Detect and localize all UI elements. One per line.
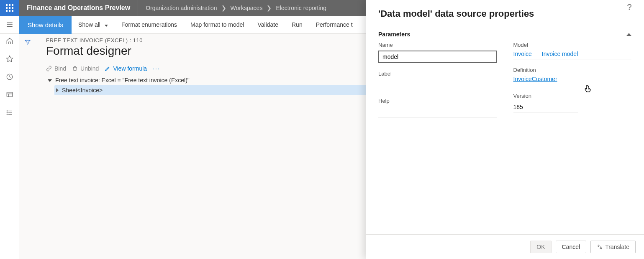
version-label: Version bbox=[513, 93, 632, 99]
show-details-button[interactable]: Show details bbox=[19, 16, 72, 34]
app-launcher-button[interactable] bbox=[0, 0, 19, 16]
star-icon bbox=[6, 55, 13, 63]
cancel-button[interactable]: Cancel bbox=[556, 241, 587, 253]
favorites-button[interactable] bbox=[6, 55, 13, 64]
validate-button[interactable]: Validate bbox=[251, 16, 285, 34]
ok-button[interactable]: OK bbox=[530, 241, 551, 253]
unbind-button[interactable]: Unbind bbox=[72, 65, 99, 72]
translate-icon bbox=[597, 244, 603, 250]
format-enumerations-button[interactable]: Format enumerations bbox=[115, 16, 184, 34]
help-icon: ? bbox=[627, 3, 631, 12]
home-button[interactable] bbox=[6, 37, 13, 46]
flyout-title: 'Data model' data source properties bbox=[366, 0, 644, 25]
pencil-icon bbox=[105, 66, 110, 71]
chevron-up-icon bbox=[626, 33, 631, 36]
workspaces-button[interactable] bbox=[6, 91, 13, 100]
translate-label: Translate bbox=[605, 244, 629, 250]
home-icon bbox=[6, 37, 13, 45]
map-format-button[interactable]: Map format to model bbox=[184, 16, 251, 34]
breadcrumb-item[interactable]: Electronic reporting bbox=[276, 5, 326, 11]
breadcrumb: Organization administration ❯ Workspaces… bbox=[138, 5, 334, 11]
chevron-right-icon: ❯ bbox=[267, 5, 272, 11]
waffle-icon bbox=[6, 4, 13, 12]
show-all-dropdown[interactable]: Show all bbox=[72, 16, 115, 34]
parameters-section-header[interactable]: Parameters bbox=[366, 29, 644, 42]
svg-point-11 bbox=[7, 111, 8, 112]
recents-button[interactable] bbox=[6, 73, 13, 82]
svg-point-13 bbox=[7, 114, 8, 115]
model-link[interactable]: Invoice bbox=[513, 51, 532, 57]
chevron-right-icon bbox=[56, 87, 59, 94]
list-icon bbox=[6, 109, 13, 117]
breadcrumb-item[interactable]: Organization administration bbox=[146, 5, 217, 11]
filter-button[interactable] bbox=[19, 37, 36, 95]
show-all-label: Show all bbox=[78, 21, 100, 28]
unbind-label: Unbind bbox=[80, 65, 99, 72]
bind-button[interactable]: Bind bbox=[46, 65, 66, 72]
modules-button[interactable] bbox=[6, 109, 13, 118]
help-input[interactable] bbox=[378, 107, 497, 117]
cursor-pointer-icon bbox=[583, 84, 593, 94]
chevron-down-icon bbox=[103, 21, 108, 28]
svg-rect-5 bbox=[7, 92, 13, 97]
funnel-icon bbox=[24, 39, 31, 46]
tree-row-label: Sheet<Invoice> bbox=[62, 87, 103, 94]
clock-icon bbox=[6, 73, 13, 81]
definition-label: Definition bbox=[513, 67, 632, 73]
chevron-right-icon: ❯ bbox=[221, 5, 226, 11]
performance-button[interactable]: Performance t bbox=[309, 16, 359, 34]
brand-title: Finance and Operations Preview bbox=[19, 4, 138, 12]
translate-button[interactable]: Translate bbox=[590, 241, 636, 253]
bind-label: Bind bbox=[54, 65, 66, 72]
view-formula-button[interactable]: View formula bbox=[105, 65, 147, 72]
version-input[interactable] bbox=[513, 102, 578, 112]
chevron-down-icon bbox=[48, 77, 52, 84]
name-input[interactable] bbox=[378, 51, 497, 63]
more-button[interactable]: ··· bbox=[153, 65, 160, 72]
label-input[interactable] bbox=[378, 79, 497, 90]
trash-icon bbox=[72, 66, 78, 71]
invoice-model-link[interactable]: Invoice model bbox=[542, 51, 578, 57]
hamburger-button[interactable] bbox=[0, 21, 19, 28]
workspace-icon bbox=[6, 91, 13, 99]
definition-link[interactable]: InvoiceCustomer bbox=[513, 76, 557, 82]
model-label: Model bbox=[513, 42, 632, 48]
svg-point-12 bbox=[7, 112, 8, 113]
side-rail bbox=[0, 34, 19, 259]
view-formula-label: View formula bbox=[113, 65, 147, 72]
help-button[interactable]: ? bbox=[620, 3, 639, 12]
help-label: Help bbox=[378, 98, 497, 104]
run-button[interactable]: Run bbox=[285, 16, 309, 34]
hamburger-icon bbox=[6, 21, 13, 28]
properties-flyout: ? 'Data model' data source properties Pa… bbox=[366, 0, 644, 259]
name-label: Name bbox=[378, 42, 497, 48]
parameters-label: Parameters bbox=[378, 31, 410, 38]
link-icon bbox=[46, 66, 52, 71]
breadcrumb-item[interactable]: Workspaces bbox=[231, 5, 263, 11]
tree-row-label: Free text invoice: Excel = "Free text in… bbox=[55, 77, 190, 84]
svg-marker-3 bbox=[6, 56, 13, 62]
label-label: Label bbox=[378, 71, 497, 77]
more-icon: ··· bbox=[153, 65, 160, 72]
